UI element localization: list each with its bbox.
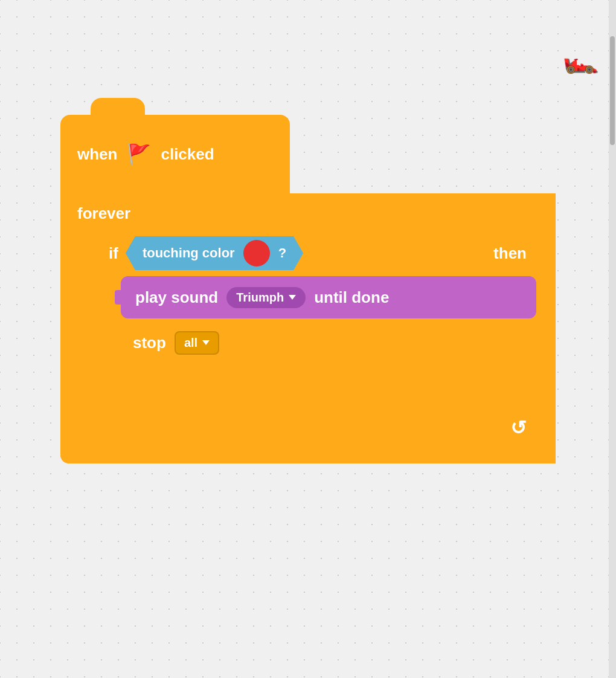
play-sound-block[interactable]: play sound Triumph until done	[121, 276, 536, 318]
stop-option: all	[184, 336, 197, 350]
if-bottom-right	[97, 367, 544, 397]
red-color-circle[interactable]	[243, 240, 270, 266]
clicked-label: clicked	[161, 145, 214, 164]
stop-block[interactable]: stop all	[121, 323, 278, 362]
forever-bottom-cap	[60, 455, 556, 463]
if-then-inner: play sound Triumph until done stop all	[121, 276, 536, 362]
question-mark: ?	[278, 245, 286, 261]
stop-dropdown-arrow-icon	[202, 340, 210, 345]
sprite-car: 🏎️	[563, 41, 599, 75]
play-sound-label: play sound	[135, 288, 218, 307]
scrollbar[interactable]	[609, 0, 616, 678]
sound-dropdown[interactable]: Triumph	[226, 287, 306, 308]
condition-hex[interactable]: touching color ?	[126, 236, 303, 270]
touching-color-text: touching color	[143, 245, 235, 261]
dropdown-arrow-icon	[289, 295, 296, 300]
forever-block[interactable]: forever if touching color ? then	[60, 193, 556, 463]
refresh-icon: ↺	[510, 416, 527, 439]
blocks-container: when 🚩 clicked forever if touching color…	[60, 115, 556, 463]
when-clicked-block[interactable]: when 🚩 clicked	[60, 115, 290, 193]
if-label: if	[109, 244, 118, 263]
when-label: when	[77, 145, 117, 164]
forever-bottom: ↺	[97, 402, 544, 450]
sound-name: Triumph	[236, 291, 284, 305]
scrollbar-thumb[interactable]	[610, 36, 615, 145]
then-label: then	[493, 244, 531, 263]
stop-label: stop	[133, 334, 166, 352]
if-then-block[interactable]: if touching color ? then play sound	[97, 230, 544, 402]
forever-inner: if touching color ? then play sound	[97, 230, 544, 455]
if-then-header: if touching color ? then	[97, 230, 544, 276]
until-done-label: until done	[314, 288, 389, 307]
stop-dropdown[interactable]: all	[175, 331, 219, 355]
flag-icon: 🚩	[127, 143, 151, 166]
